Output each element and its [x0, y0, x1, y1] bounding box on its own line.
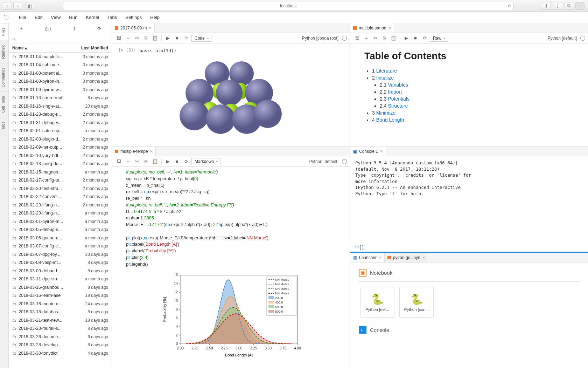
- add-cell-icon[interactable]: ＋: [124, 158, 132, 165]
- file-row[interactable]: 🗀2018-03-09-debug-h...8 days ago: [9, 267, 112, 275]
- file-row[interactable]: 🗀2018-01-04-matplotli...3 months ago: [9, 53, 112, 61]
- close-icon[interactable]: ×: [379, 255, 382, 260]
- sidetab-running[interactable]: Running: [0, 40, 8, 63]
- console-input[interactable]: [368, 244, 583, 250]
- code-cell[interactable]: # plt.plot(x, mo_bell, '--', lw=1, label…: [112, 167, 350, 270]
- file-row[interactable]: 🗀2018-03-16-grainbou...8 days ago: [9, 283, 112, 292]
- file-row[interactable]: 🗀2018-02-13-joerg-do...2 months ago: [9, 160, 112, 168]
- paste-icon[interactable]: 📋: [151, 158, 159, 165]
- toc-link[interactable]: Import: [388, 89, 402, 95]
- close-icon[interactable]: ×: [150, 149, 153, 154]
- stop-icon[interactable]: ■: [412, 34, 419, 42]
- toc-link[interactable]: Minimize: [376, 110, 396, 116]
- new-launcher-icon[interactable]: ＋: [19, 26, 24, 32]
- menu-view[interactable]: View: [47, 15, 65, 20]
- kernel-name[interactable]: Python [default]: [548, 36, 577, 41]
- modified-column[interactable]: Last Modified: [81, 46, 108, 50]
- tab-2017-05-09[interactable]: 2017-05-09-m ×: [112, 23, 155, 33]
- tab-pyiron-gui[interactable]: pyiron-gui.ipyn ×: [385, 253, 428, 262]
- menu-settings[interactable]: Settings: [121, 15, 146, 20]
- name-column[interactable]: Name ▴: [12, 46, 27, 50]
- menu-help[interactable]: Help: [146, 15, 164, 20]
- home-icon[interactable]: ⌂: [12, 36, 15, 41]
- cell-input[interactable]: basis.plot3d(): [140, 48, 176, 54]
- refresh-icon[interactable]: ⟳: [97, 26, 102, 32]
- save-icon[interactable]: 🖫: [115, 34, 122, 42]
- file-row[interactable]: 🗀2018-03-28-develop...8 days ago: [9, 341, 112, 349]
- launcher-card-python-default[interactable]: 🐍 Python [def...: [360, 287, 394, 318]
- toc-link[interactable]: Bond Length: [376, 117, 404, 123]
- restart-icon[interactable]: ⟳: [421, 34, 428, 42]
- file-row[interactable]: 🗀2018-03-11-dpg-stru...a month ago: [9, 275, 112, 284]
- close-icon[interactable]: ×: [388, 25, 391, 30]
- new-folder-icon[interactable]: 🗀+: [44, 26, 52, 32]
- cut-icon[interactable]: ✂: [133, 34, 141, 42]
- restart-icon[interactable]: ⟳: [182, 158, 190, 165]
- file-row[interactable]: 🗀2018-02-08-plugin-d...2 months ago: [9, 135, 112, 143]
- menu-file[interactable]: File: [15, 15, 30, 20]
- toc-link[interactable]: Structure: [388, 103, 408, 109]
- toc-link[interactable]: Literature: [376, 68, 397, 74]
- stop-icon[interactable]: ■: [173, 158, 181, 165]
- file-row[interactable]: 🗀2018-02-09-iter-outp...2 months ago: [9, 143, 112, 152]
- address-bar[interactable]: localhost ⟳: [63, 2, 514, 10]
- file-row[interactable]: 🗀2018-01-08-pyiron-in...3 months ago: [9, 77, 112, 86]
- share-button[interactable]: ⇪: [553, 2, 562, 10]
- tabs-button[interactable]: ⧉: [564, 2, 573, 10]
- file-row[interactable]: 🗀2018-01-09-pyiron-w...3 months ago: [9, 86, 112, 94]
- file-row[interactable]: 🗀2018-02-01-catch-up...a month ago: [9, 127, 112, 135]
- upload-icon[interactable]: ⤒: [72, 26, 77, 32]
- save-icon[interactable]: 🖫: [115, 158, 122, 165]
- tab-multiple-tempe-bottom[interactable]: multiple-tempe ×: [112, 146, 156, 156]
- file-row[interactable]: 🗀2018-03-16-learn-ase18 days ago: [9, 292, 112, 300]
- sidetab-files[interactable]: Files: [0, 23, 8, 40]
- file-row[interactable]: 🗀2018-01-08-potential...3 months ago: [9, 69, 112, 77]
- file-list[interactable]: 🗀2018-01-04-matplotli...3 months ago🗀201…: [9, 53, 112, 368]
- file-row[interactable]: 🗀2018-01-31-debug-y...2 months ago: [9, 118, 112, 127]
- run-icon[interactable]: ▶: [164, 158, 172, 165]
- file-row[interactable]: 🗀2018-02-17-config-te...2 months ago: [9, 176, 112, 185]
- file-row[interactable]: 🗀2018-03-16-monte-c...24 days ago: [9, 300, 112, 308]
- new-tab-button[interactable]: +: [575, 2, 584, 10]
- file-row[interactable]: 🗀2018-03-01-pyiron-m...a month ago: [9, 217, 112, 226]
- kernel-name[interactable]: Python [conda root]: [302, 36, 338, 41]
- run-icon[interactable]: ▶: [402, 34, 410, 42]
- run-icon[interactable]: ▶: [164, 34, 172, 42]
- copy-icon[interactable]: ⎘: [142, 34, 150, 42]
- add-cell-icon[interactable]: ＋: [124, 34, 132, 42]
- file-row[interactable]: 🗀2018-02-15-magnon...a month ago: [9, 168, 112, 176]
- file-row[interactable]: 🗀2018-02-10-yury-hdf...2 months ago: [9, 151, 112, 160]
- kernel-name[interactable]: Python [default]: [309, 159, 338, 164]
- menu-kernel[interactable]: Kernel: [82, 15, 103, 20]
- menu-edit[interactable]: Edit: [30, 15, 47, 20]
- celltype-select[interactable]: Code: [191, 35, 211, 42]
- stop-icon[interactable]: ■: [173, 34, 181, 42]
- file-row[interactable]: 🗀2018-03-06-queue-a...a month ago: [9, 234, 112, 242]
- file-row[interactable]: 🗀2018-03-21-test-new...18 days ago: [9, 316, 112, 325]
- cut-icon[interactable]: ✂: [371, 34, 379, 42]
- reload-icon[interactable]: ⟳: [508, 4, 511, 8]
- file-row[interactable]: 🗀2018-02-23-lifang-n...2 months ago: [9, 201, 112, 209]
- sidebar-toggle-button[interactable]: ◧: [25, 2, 34, 10]
- sidetab-commands[interactable]: Commands: [0, 63, 8, 91]
- copy-icon[interactable]: ⎘: [380, 34, 388, 42]
- toc-link[interactable]: Potentials: [388, 96, 409, 102]
- copy-icon[interactable]: ⎘: [142, 158, 150, 165]
- molecule-3d-output[interactable]: [115, 56, 347, 141]
- menu-run[interactable]: Run: [65, 15, 82, 20]
- file-row[interactable]: 🗀2018-03-18-databas...8 days ago: [9, 308, 112, 316]
- file-row[interactable]: 🗀2018-03-08-vasp-int...8 days ago: [9, 259, 112, 267]
- back-button[interactable]: ‹: [3, 2, 12, 10]
- cut-icon[interactable]: ✂: [133, 158, 141, 165]
- sidetab-tabs[interactable]: Tabs: [0, 117, 8, 134]
- close-icon[interactable]: ×: [380, 149, 383, 154]
- sidetab-celltools[interactable]: Cell Tools: [0, 91, 8, 117]
- save-icon[interactable]: 🖫: [353, 34, 361, 42]
- forward-button[interactable]: ›: [13, 2, 22, 10]
- file-row[interactable]: 🗀2018-02-23-lifang-n...a month ago: [9, 209, 112, 218]
- paste-icon[interactable]: 📋: [390, 34, 397, 42]
- celltype-select[interactable]: Raw: [430, 35, 448, 42]
- tab-launcher[interactable]: ▦ Launcher ×: [350, 253, 385, 262]
- file-row[interactable]: 🗀2018-01-16-single-at...20 days ago: [9, 102, 112, 110]
- toc-link[interactable]: Initialize: [376, 75, 394, 81]
